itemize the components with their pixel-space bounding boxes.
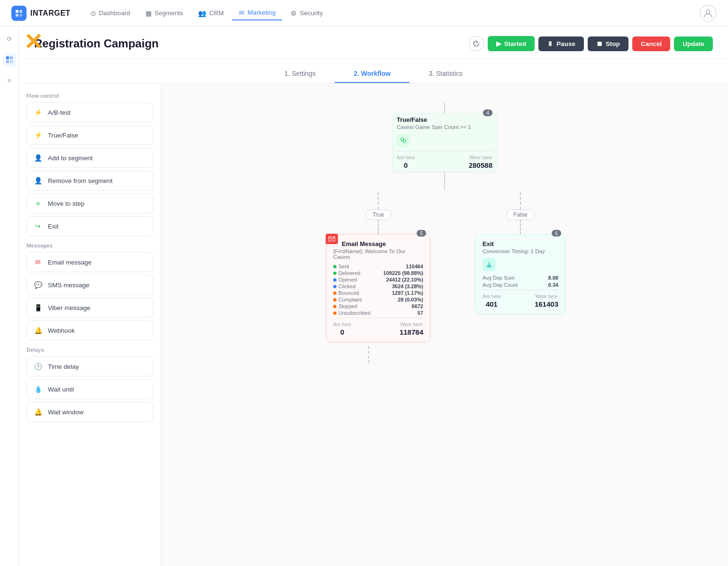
- app-layout: ⟳ ≡ Registration Campaign: [0, 27, 728, 566]
- workflow-canvas[interactable]: 4 True/False Casino Game Spin Count >= 1: [161, 83, 728, 566]
- pause-icon: ⏸: [547, 40, 554, 47]
- pause-button[interactable]: ⏸ Pause: [538, 37, 584, 51]
- sms-message-icon: 💬: [33, 280, 43, 290]
- nav-dashboard[interactable]: ⊙ Dashboard: [84, 7, 137, 20]
- email-stat-unsubscribed: Unsubscribed 57: [333, 310, 423, 316]
- sidebar-nav-2[interactable]: [3, 53, 16, 66]
- tf-node-subtitle: Casino Game Spin Count >= 1: [397, 124, 492, 130]
- nav-crm[interactable]: 👥 CRM: [191, 7, 230, 20]
- marketing-icon: ✉: [239, 9, 245, 17]
- sent-dot: [333, 265, 337, 268]
- panel-item-true-false[interactable]: ⚡ True/False: [27, 125, 153, 145]
- svg-rect-2: [16, 14, 18, 17]
- time-delay-icon: 🕐: [33, 361, 43, 372]
- skipped-dot: [333, 305, 337, 308]
- svg-rect-6: [10, 56, 13, 59]
- messages-section-title: Messages: [27, 243, 153, 248]
- panel-item-viber[interactable]: 📱 Viber message: [27, 298, 153, 318]
- workflow-flow: 4 True/False Casino Game Spin Count >= 1: [180, 102, 709, 363]
- false-branch: False 6 Exit Conversion Timing: 1 Day: [473, 192, 568, 314]
- email-stat-skipped: Skipped 6672: [333, 303, 423, 309]
- true-false-icon: ⚡: [33, 130, 43, 140]
- tf-node-title: True/False: [397, 116, 492, 123]
- dashboard-icon: ⊙: [91, 9, 96, 17]
- remove-segment-icon: 👤: [33, 175, 43, 186]
- exit-node-title: Exit: [482, 240, 558, 247]
- refresh-button[interactable]: [469, 36, 484, 51]
- svg-point-4: [706, 10, 710, 14]
- email-are-here: Are here 0: [333, 322, 351, 336]
- panel-item-ab-test[interactable]: ⚡ A/B-test: [27, 102, 153, 122]
- exit-node[interactable]: 6 Exit Conversion Timing: 1 Day: [475, 234, 565, 314]
- unsubscribed-dot: [333, 311, 337, 315]
- panel-item-wait-until[interactable]: 💧 Wait until: [27, 379, 153, 399]
- campaign-title: Registration Campaign: [34, 37, 159, 50]
- exit-node-subtitle: Conversion Timing: 1 Day: [482, 248, 558, 254]
- tf-are-here: Are here 0: [397, 155, 415, 169]
- email-node-stats: Are here 0 Were here 118784: [333, 318, 423, 336]
- move-step-icon: ≡: [33, 198, 43, 209]
- tab-statistics[interactable]: 3. Statistics: [410, 65, 482, 83]
- wait-window-icon: 🔔: [33, 407, 43, 417]
- campaign-header: Registration Campaign ▶ Started ⏸ Pause: [19, 27, 728, 59]
- tf-icon-1: [397, 134, 410, 147]
- true-false-node[interactable]: 4 True/False Casino Game Spin Count >= 1: [392, 114, 497, 172]
- logo-text: INTARGET: [30, 9, 71, 18]
- panel-item-webhook[interactable]: 🔔 Webhook: [27, 320, 153, 340]
- stop-button[interactable]: ⏹ Stop: [588, 37, 628, 51]
- play-icon: ▶: [496, 40, 501, 47]
- panel-item-time-delay[interactable]: 🕐 Time delay: [27, 356, 153, 376]
- exit-node-number: 6: [552, 230, 561, 237]
- add-segment-icon: 👤: [33, 153, 43, 163]
- svg-point-10: [403, 140, 406, 143]
- email-badge-icon: [326, 234, 338, 244]
- update-button[interactable]: Update: [674, 37, 713, 51]
- wait-until-icon: 💧: [33, 384, 43, 394]
- exit-avg-stats: Avg Dep Sum 8.08 Avg Dep Count 0.34: [482, 275, 558, 288]
- panel-item-email[interactable]: ✉ Email message: [27, 252, 153, 272]
- left-panel: Flow control ⚡ A/B-test ⚡ True/False 👤 A…: [19, 83, 161, 566]
- panel-item-move-step[interactable]: ≡ Move to step: [27, 193, 153, 213]
- nav-security[interactable]: ⚙ Security: [284, 7, 329, 20]
- email-node-subtitle: {FirstName}, Welcome To Our Casino: [333, 248, 423, 260]
- logo[interactable]: INTARGET: [11, 6, 71, 21]
- security-icon: ⚙: [291, 9, 297, 17]
- webhook-icon: 🔔: [33, 325, 43, 336]
- workflow-wrapper: 4 True/False Casino Game Spin Count >= 1: [171, 93, 719, 373]
- tf-node-icons: [397, 134, 492, 147]
- sidebar-nav-1[interactable]: ⟳: [3, 32, 16, 46]
- mini-sidebar: ⟳ ≡: [0, 27, 19, 566]
- workflow-tabs: 1. Settings 2. Workflow 3. Statistics: [19, 59, 728, 83]
- complaint-dot: [333, 298, 337, 301]
- campaign-actions: ▶ Started ⏸ Pause ⏹ Stop Cancel Update: [469, 36, 713, 51]
- segments-icon: ▦: [146, 9, 152, 17]
- panel-item-remove-segment[interactable]: 👤 Remove from segment: [27, 171, 153, 191]
- cancel-button[interactable]: Cancel: [632, 37, 670, 51]
- nav-marketing[interactable]: ✉ Marketing: [232, 6, 282, 20]
- svg-rect-7: [6, 60, 9, 63]
- navbar: INTARGET ⊙ Dashboard ▦ Segments 👥 CRM ✉ …: [0, 0, 728, 27]
- svg-rect-3: [19, 14, 22, 17]
- nav-segments[interactable]: ▦ Segments: [139, 7, 190, 20]
- user-avatar[interactable]: [700, 5, 717, 22]
- exit-icon-row: [482, 258, 558, 271]
- exit-icon-box: [482, 258, 496, 271]
- email-stat-clicked: Clicked 3624 (3.28%): [333, 283, 423, 289]
- sidebar-nav-3[interactable]: ≡: [3, 74, 16, 87]
- close-icon[interactable]: ✕: [24, 28, 43, 55]
- email-node-title: Email Message: [342, 240, 423, 247]
- email-stat-bounced: Bounced 1297 (1.17%): [333, 290, 423, 296]
- flow-control-section-title: Flow control: [27, 93, 153, 99]
- started-button[interactable]: ▶ Started: [488, 36, 535, 51]
- panel-item-add-segment[interactable]: 👤 Add to segment: [27, 148, 153, 168]
- panel-item-wait-window[interactable]: 🔔 Wait window: [27, 402, 153, 422]
- email-node[interactable]: 5 Email Message {Fi: [326, 234, 430, 342]
- svg-rect-8: [10, 60, 13, 63]
- tab-settings[interactable]: 1. Settings: [265, 65, 335, 83]
- tab-workflow[interactable]: 2. Workflow: [335, 65, 410, 83]
- email-stat-delivered: Delivered 109225 (98.88%): [333, 270, 423, 276]
- panel-item-sms[interactable]: 💬 SMS message: [27, 275, 153, 295]
- nav-menu: ⊙ Dashboard ▦ Segments 👥 CRM ✉ Marketing…: [84, 6, 696, 20]
- panel-item-exit[interactable]: ↪ Exit: [27, 216, 153, 236]
- main-content: Registration Campaign ▶ Started ⏸ Pause: [19, 27, 728, 566]
